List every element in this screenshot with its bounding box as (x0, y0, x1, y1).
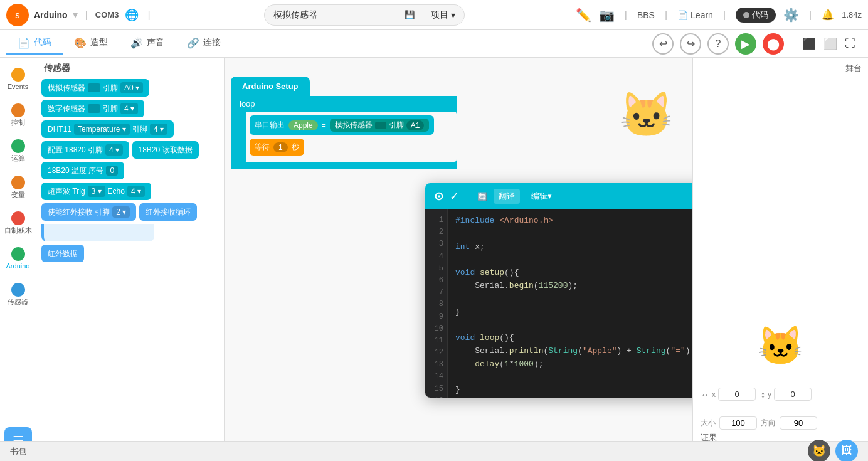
fullscreen-button[interactable]: ⛶ (843, 35, 858, 53)
stage-label: 舞台 (845, 63, 862, 74)
code-mode-button[interactable]: 代码 (736, 8, 776, 23)
stop-button[interactable]: ⬤ (763, 33, 784, 55)
learn-button[interactable]: 📄 Learn (677, 10, 713, 20)
camera-icon[interactable]: 📷 (599, 8, 615, 23)
redo-button[interactable]: ↪ (680, 33, 701, 55)
18b20-temp-block[interactable]: 18B20 温度 序号 0 (41, 162, 124, 179)
tab-sound[interactable]: 🔊 声音 (119, 33, 176, 55)
digital-sensor-block[interactable]: 数字传感器 引脚 4 ▾ (41, 100, 144, 117)
blocks-panel: 传感器 模拟传感器 引脚 A0 ▾ 数字传感器 引脚 4 ▾ DHT11 Tem… (36, 58, 225, 461)
sidebar-item-operators[interactable]: 运算 (2, 134, 34, 167)
version-label: 1.84z (842, 10, 862, 19)
sidebar-item-sensors[interactable]: 传感器 (2, 278, 34, 311)
help-button[interactable]: ? (707, 33, 729, 55)
sprite-props: ↔ x ↕ y (693, 381, 868, 411)
tab-code[interactable]: 📄 代码 (6, 33, 63, 55)
ir-loop-content (41, 224, 154, 241)
serial-output-block[interactable]: 串口输出 Apple = 模拟传感器 引脚 A1 (250, 115, 434, 135)
bbs-link[interactable]: BBS (637, 10, 655, 20)
settings-icon[interactable]: ⚙️ (783, 8, 799, 23)
sidebar-item-control[interactable]: 控制 (2, 98, 34, 132)
a1-badge[interactable]: A1 (406, 120, 425, 130)
wait-block[interactable]: 等待 1 秒 (250, 139, 304, 156)
code-text[interactable]: #include <Arduino.h> int x; void setup()… (448, 209, 692, 398)
config-18820-block[interactable]: 配置 18820 引脚 4 ▾ (41, 141, 129, 159)
sensors-dot (11, 283, 25, 297)
ir-pin-dropdown[interactable]: 2 ▾ (112, 206, 130, 218)
sensors-label: 传感器 (8, 298, 28, 306)
setup-block[interactable]: Arduino Setup (231, 77, 310, 96)
sidebar-item-events[interactable]: Events (2, 63, 34, 96)
canvas-area[interactable]: Arduino Setup loop 串口输出 Apple = (225, 58, 692, 461)
translate-tab[interactable]: 翻译 (494, 189, 520, 204)
notification-icon[interactable]: 🔔 (822, 9, 834, 21)
18b20-read-block[interactable]: 18B20 读取数据 (132, 141, 199, 159)
cat-sprite-button[interactable]: 🐱 (808, 440, 830, 462)
apple-badge[interactable]: Apple (288, 120, 318, 130)
app-title[interactable]: Arduino (34, 10, 68, 20)
add-backdrop-button[interactable]: 🖼 (835, 440, 858, 462)
operators-dot (11, 139, 25, 153)
svg-text:S: S (15, 11, 19, 19)
undo-button[interactable]: ↩ (652, 33, 674, 55)
tab-connect[interactable]: 🔗 连接 (176, 33, 232, 55)
bag-label: 书包 (10, 446, 26, 457)
search-bar: 模拟传感器 💾 项目 ▾ (264, 4, 465, 26)
compile-check-button[interactable]: ✓ (450, 189, 459, 203)
18b20-index: 0 (106, 166, 118, 176)
coordinates-row: ↔ x ↕ y (701, 388, 860, 401)
right-panel: 舞台 🐱 ↔ x ↕ y 大小 方向 (692, 58, 868, 461)
control-dot (11, 103, 25, 117)
arduino-dot (11, 247, 25, 261)
sep4: | (665, 9, 667, 21)
dht11-block[interactable]: DHT11 Temperature ▾ 引脚 4 ▾ (41, 120, 174, 138)
wait-value[interactable]: 1 (273, 142, 288, 152)
code-editor-header: ⊙ ✓ 🔄 翻译 编辑▾ ⬆ ✕ (425, 183, 692, 209)
x-input[interactable] (718, 388, 756, 401)
connect-tab-icon: 🔗 (187, 37, 199, 49)
18820-pin-dropdown[interactable]: 4 ▾ (105, 144, 123, 156)
sep3: | (625, 9, 627, 21)
sensor-inline-block[interactable]: 模拟传感器 引脚 A1 (330, 119, 430, 132)
header-sep (468, 190, 468, 203)
sidebar-item-arduino[interactable]: Arduino (2, 242, 34, 275)
echo-dropdown[interactable]: 4 ▾ (127, 186, 145, 197)
sidebar-item-custom[interactable]: 自制积木 (2, 206, 34, 240)
save-button[interactable]: 💾 (405, 10, 415, 19)
y-label: y (768, 390, 771, 399)
events-label: Events (8, 83, 29, 91)
ir-loop-block[interactable]: 红外接收循环 (139, 203, 197, 221)
layout-full-button[interactable]: ⬜ (822, 35, 839, 53)
edit-tab[interactable]: 编辑▾ (526, 189, 557, 204)
ir-data-block[interactable]: 红外数据 (41, 245, 84, 262)
globe-button[interactable]: 🌐 (124, 7, 140, 23)
ultrasonic-block[interactable]: 超声波 Trig 3 ▾ Echo 4 ▾ (41, 183, 151, 200)
tab-costume[interactable]: 🎨 造型 (63, 33, 119, 55)
analog-sensor-block[interactable]: 模拟传感器 引脚 A0 ▾ (41, 79, 149, 97)
edit-icon[interactable]: ✏️ (576, 8, 591, 23)
bottom-icons: 🐱 🖼 (808, 440, 858, 462)
ir-enable-block[interactable]: 使能红外接收 引脚 2 ▾ (41, 203, 136, 221)
sidebar-item-variables[interactable]: 变量 (2, 171, 34, 204)
pin-dropdown-4[interactable]: 4 ▾ (120, 103, 138, 114)
pin-dropdown-a0[interactable]: A0 ▾ (120, 82, 143, 93)
trig-dropdown[interactable]: 3 ▾ (88, 186, 105, 197)
play-button[interactable]: ▶ (735, 33, 756, 55)
line-numbers: 12345 678910 111213141516 (425, 209, 448, 398)
control-label: 控制 (11, 119, 25, 127)
layout-buttons: ⬛ ⬜ ⛶ (800, 35, 858, 53)
sep6: | (809, 9, 812, 21)
variables-label: 变量 (11, 191, 25, 199)
com-port[interactable]: COM3 (95, 10, 119, 19)
sidebar: Events 控制 运算 变量 自制积木 Arduino 传感器 ☰ (0, 58, 36, 461)
dir-input[interactable] (780, 416, 817, 430)
code-editor-modal: ⊙ ✓ 🔄 翻译 编辑▾ ⬆ ✕ 12345 678910 (425, 183, 692, 398)
y-input[interactable] (774, 388, 812, 401)
project-button[interactable]: 项目 ▾ (431, 9, 455, 21)
dht11-mode-dropdown[interactable]: Temperature ▾ (74, 124, 130, 135)
code-editor-body[interactable]: 12345 678910 111213141516 #include <Ardu… (425, 209, 692, 398)
dht11-pin-dropdown[interactable]: 4 ▾ (150, 124, 167, 135)
size-input[interactable] (719, 416, 757, 430)
arduino-logo-small: ⊙ (434, 189, 443, 203)
layout-split-button[interactable]: ⬛ (800, 35, 818, 53)
